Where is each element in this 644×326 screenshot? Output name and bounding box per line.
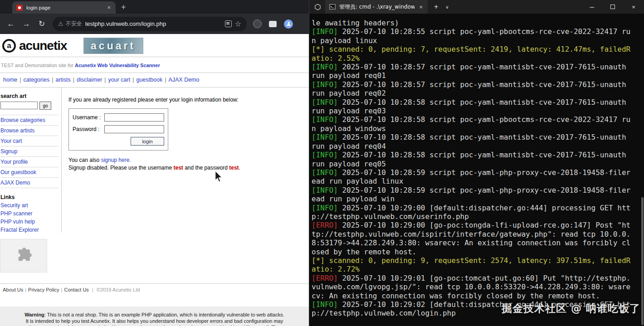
- terminal-line: 8:53179->44.228.249.3:80: wsarecv: An ex…: [312, 238, 644, 247]
- nav-link-separator: |: [20, 77, 21, 83]
- terminal-tab-close-icon[interactable]: ×: [418, 4, 424, 10]
- terminal-line: [ERRO] 2025-07-10 10:29:01 [go-poc:tomca…: [312, 274, 644, 282]
- nav-link-categories[interactable]: categories: [24, 77, 50, 83]
- extension-icon-1[interactable]: [253, 19, 262, 28]
- nav-link-home[interactable]: home: [3, 77, 17, 83]
- acunetix-logo[interactable]: a acunetix: [2, 39, 67, 53]
- profile-avatar-icon[interactable]: [284, 19, 293, 29]
- terminal-line: run payload req04: [312, 142, 644, 151]
- url-text[interactable]: testphp.vulnweb.com/login.php: [85, 20, 222, 27]
- login-button[interactable]: login: [131, 137, 164, 146]
- terminal-line: run payload req05: [312, 160, 644, 168]
- signup-prefix: You can also: [68, 157, 101, 163]
- nav-link-your-cart[interactable]: your cart: [108, 77, 131, 83]
- sidebar-link-your-cart[interactable]: Your cart: [0, 136, 59, 146]
- username-label: Username :: [73, 114, 104, 121]
- warning-line-2: It is intended to help you test Acunetix…: [0, 318, 309, 324]
- terminal-line: cv: An existing connection was forcibly …: [312, 292, 644, 300]
- browser-tab[interactable]: login page ×: [12, 1, 116, 14]
- tagline-text: TEST and Demonstration site for: [1, 63, 73, 68]
- terminal-tab-title: 管理员: cmd - .\xray_windows...: [339, 3, 415, 11]
- bookmark-star-icon[interactable]: ☆: [235, 20, 241, 28]
- search-input[interactable]: [0, 102, 38, 109]
- warning-label: Warning: [24, 312, 44, 317]
- sidebar-external-links: Security artPHP scannerPHP vuln helpFrac…: [0, 201, 59, 234]
- links-heading: Links: [0, 194, 59, 201]
- nav-link-guestbook[interactable]: guestbook: [136, 77, 162, 83]
- security-chip[interactable]: ⚠ 不安全: [58, 20, 82, 28]
- sidebar-link-our-guestbook[interactable]: Our guestbook: [0, 167, 59, 178]
- sidebar-link-php-scanner[interactable]: PHP scanner: [0, 209, 59, 218]
- tagline-link[interactable]: Acunetix Web Vulnerability Scanner: [75, 63, 160, 68]
- signup-here-link[interactable]: signup here.: [101, 157, 131, 163]
- terminal-line: [INFO] 2025-07-10 10:28:59 script poc-ya…: [312, 168, 644, 177]
- terminal-line: [INFO] 2025-07-10 10:28:57 script poc-ya…: [312, 63, 644, 71]
- tab-close-icon[interactable]: ×: [106, 4, 112, 11]
- tab-title: login page: [26, 5, 102, 10]
- back-icon[interactable]: ←: [4, 17, 18, 31]
- sidebar-link-ajax-demo[interactable]: AJAX Demo: [0, 178, 59, 188]
- new-tab-button[interactable]: +: [121, 3, 126, 11]
- username-hint: test: [174, 165, 183, 171]
- sidebar-link-security-art[interactable]: Security art: [0, 201, 59, 209]
- login-form: Username : Password : login: [68, 108, 168, 151]
- forward-icon[interactable]: →: [19, 17, 34, 31]
- terminal-line: osed by the remote host.: [312, 248, 644, 256]
- acunetix-logo-text: acunetix: [19, 39, 67, 53]
- search-row: go: [0, 102, 59, 115]
- sidebar-link-browse-artists[interactable]: Browse artists: [0, 126, 59, 136]
- terminal-line: [INFO] 2025-07-10 10:28:58 script poc-ya…: [312, 115, 644, 124]
- nav-link-separator: |: [104, 77, 106, 83]
- sidebar: search art go Browse categoriesBrowse ar…: [0, 88, 62, 272]
- terminal-line: [*] scanned: 0, pending: 7, requestSent:…: [312, 45, 644, 54]
- acunetix-logo-mark-icon: a: [2, 39, 16, 53]
- sidebar-link-signup[interactable]: Signup: [0, 146, 59, 157]
- terminal-line: [INFO] 2025-07-10 10:28:55 script poc-ya…: [312, 27, 644, 36]
- password-input[interactable]: [104, 125, 164, 133]
- terminal-new-tab-button[interactable]: +: [434, 3, 438, 11]
- nav-link-artists[interactable]: artists: [55, 77, 70, 83]
- security-label: 不安全: [66, 20, 82, 28]
- page-content: search art go Browse categoriesBrowse ar…: [0, 88, 309, 272]
- copyright-text: ©2019 Acunetix Ltd: [97, 287, 140, 292]
- main-nav: home|categories|artists|disclaimer|your …: [0, 73, 309, 88]
- minimize-button[interactable]: ─: [581, 0, 602, 14]
- sidebar-link-fractal-explorer[interactable]: Fractal Explorer: [0, 226, 59, 234]
- extension-icon-2[interactable]: [269, 21, 277, 27]
- not-secure-warning-icon: ⚠: [58, 20, 63, 27]
- terminal-output[interactable]: le awaiting headers)[INFO] 2025-07-10 10…: [309, 14, 644, 326]
- username-input[interactable]: [104, 113, 164, 122]
- password-hint: test: [229, 165, 239, 171]
- puzzle-piece-icon: [13, 245, 34, 266]
- footer-link-about-us[interactable]: About Us: [3, 287, 23, 292]
- terminal-line: le awaiting headers): [312, 19, 644, 27]
- maximize-button[interactable]: [602, 0, 623, 14]
- footer-link-separator: |: [25, 287, 26, 292]
- sidebar-link-php-vuln-help[interactable]: PHP vuln help: [0, 218, 59, 226]
- reload-icon[interactable]: ↻: [34, 17, 49, 31]
- terminal-line: [*] scanned: 0, pending: 9, requestSent:…: [312, 256, 644, 265]
- browser-window: login page × + ← → ↻ ⚠ 不安全 testphp.vulnw…: [0, 0, 309, 326]
- nav-link-disclaimer[interactable]: disclaimer: [77, 77, 102, 83]
- terminal-scrollbar[interactable]: [641, 197, 644, 325]
- sidebar-link-your-profile[interactable]: Your profile: [0, 157, 59, 167]
- nav-link-separator: |: [73, 77, 74, 83]
- terminal-line: run payload req02: [312, 89, 644, 97]
- sidebar-links: Browse categoriesBrowse artistsYour cart…: [0, 115, 59, 188]
- footer-link-privacy-policy[interactable]: Privacy Policy: [28, 287, 59, 292]
- footer-link-contact-us[interactable]: Contact Us: [64, 287, 88, 292]
- person-icon: [286, 21, 292, 27]
- warning-line-1: Warning: This is not a real shop. This i…: [0, 311, 309, 318]
- close-button[interactable]: ×: [623, 0, 644, 14]
- nav-link-ajax-demo[interactable]: AJAX Demo: [168, 77, 199, 83]
- terminal-tab-dropdown-icon[interactable]: ∨: [445, 5, 449, 10]
- warning-text-1: : This is not a real shop. This is an ex…: [44, 312, 284, 317]
- terminal-tab[interactable]: 管理员: cmd - .\xray_windows... ×: [325, 0, 428, 14]
- address-bar[interactable]: ⚠ 不安全 testphp.vulnweb.com/login.php ☆: [53, 17, 247, 31]
- search-go-button[interactable]: go: [39, 102, 51, 110]
- terminal-line: vulnweb.com/lgvopg.jsp/": read tcp 10.0.…: [312, 282, 644, 291]
- sidebar-link-browse-categories[interactable]: Browse categories: [0, 115, 59, 126]
- terminal-line: atio: 2.52%: [312, 54, 644, 63]
- terminal-title-bar: 管理员: cmd - .\xray_windows... × + ∨ ─ ×: [309, 0, 644, 14]
- translate-icon[interactable]: [225, 20, 232, 27]
